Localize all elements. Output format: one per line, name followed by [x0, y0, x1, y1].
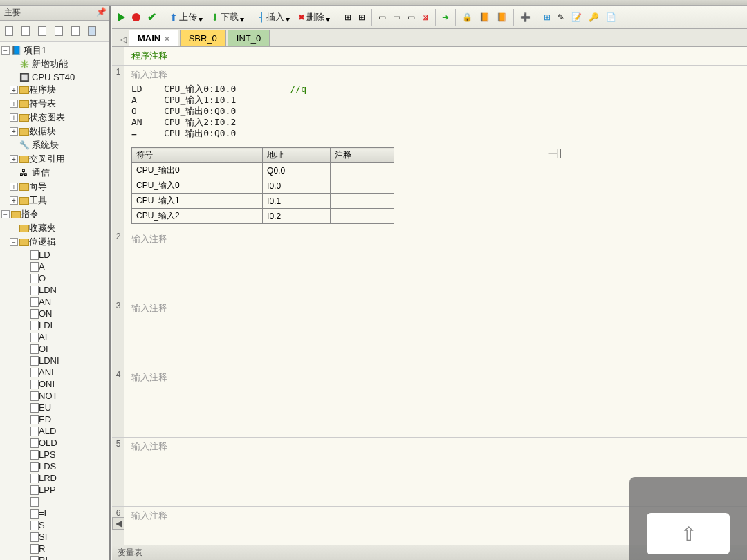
view-icon-1[interactable]: [1, 24, 17, 39]
tree-logic-item[interactable]: ED: [0, 413, 109, 425]
view-icon-4[interactable]: [51, 24, 66, 39]
stop-button[interactable]: [129, 12, 143, 23]
tree-logic-item[interactable]: RI: [0, 554, 109, 560]
tool-btn-book2[interactable]: 📙: [494, 11, 510, 24]
tool-btn-6[interactable]: ⊠: [419, 11, 432, 24]
code-line[interactable]: = CPU_输出0:Q0.0: [131, 128, 747, 139]
tree-logic-item[interactable]: A: [0, 261, 109, 272]
tool-btn-new[interactable]: ➕: [517, 11, 533, 24]
tree-logic-item[interactable]: OLD: [0, 437, 109, 449]
insert-button[interactable]: ┤插入▾: [256, 10, 294, 25]
tree-logic-item[interactable]: LRD: [0, 472, 109, 484]
tool-btn-2[interactable]: ⊞: [356, 11, 368, 24]
run-button[interactable]: [116, 12, 128, 23]
tree-logic-item[interactable]: EU: [0, 402, 109, 413]
tree-logic-item[interactable]: ANI: [0, 366, 109, 378]
tool-btn-key[interactable]: 🔑: [586, 11, 602, 24]
stl-code[interactable]: LD CPU_输入0:I0.0 //qA CPU_输入1:I0.1 O CPU_…: [131, 84, 747, 144]
close-icon[interactable]: ×: [165, 35, 169, 43]
tree-logic-item[interactable]: AI: [0, 331, 109, 343]
tool-btn-table[interactable]: ⊞: [541, 11, 553, 24]
tool-btn-4[interactable]: ▭: [390, 11, 403, 24]
upload-button[interactable]: ⬆上传▾: [167, 10, 207, 25]
tree-item-crossref[interactable]: +交叉引用: [0, 152, 109, 166]
download-button[interactable]: ⬇下载▾: [208, 10, 248, 25]
expand-icon[interactable]: +: [10, 86, 18, 94]
compile-button[interactable]: ✔: [145, 9, 159, 25]
view-icon-3[interactable]: [35, 24, 50, 39]
code-line[interactable]: AN CPU_输入2:I0.2: [131, 117, 747, 128]
segment-comment[interactable]: 输入注释: [129, 230, 747, 248]
scroll-left-button[interactable]: ◀: [112, 517, 124, 530]
tree-item-data[interactable]: +数据块: [0, 124, 109, 138]
tree-logic-item[interactable]: SI: [0, 531, 109, 543]
tool-btn-lock[interactable]: 🔒: [459, 11, 475, 24]
tree-logic-item[interactable]: S: [0, 519, 109, 531]
tree-logic-item[interactable]: LDI: [0, 319, 109, 331]
tree-logic-item[interactable]: R: [0, 543, 109, 554]
view-icon-2[interactable]: [18, 24, 33, 39]
tree-item-tools[interactable]: +工具: [0, 194, 109, 207]
tree-logic-item[interactable]: NOT: [0, 390, 109, 402]
tool-btn-edit[interactable]: ✎: [555, 11, 567, 24]
tree-logic-item[interactable]: ONI: [0, 378, 109, 390]
tool-btn-book[interactable]: 📙: [477, 11, 492, 24]
expand-icon[interactable]: +: [10, 100, 18, 108]
tab-sbr[interactable]: SBR_0: [180, 30, 226, 46]
code-line[interactable]: LD CPU_输入0:I0.0 //q: [131, 84, 747, 95]
tree-logic-item[interactable]: =I: [0, 507, 109, 519]
tab-scroll-left[interactable]: ◁: [118, 32, 129, 46]
view-icon-6[interactable]: [84, 24, 100, 39]
collapse-icon[interactable]: −: [10, 238, 18, 246]
tree-logic-item[interactable]: LDNI: [0, 355, 109, 366]
tree-instructions-root[interactable]: −指令: [0, 207, 109, 221]
tree-project-root[interactable]: − 📘 项目1: [0, 44, 109, 57]
view-icon-5[interactable]: [68, 24, 83, 39]
tree-item-symbols[interactable]: +符号表: [0, 97, 109, 111]
expand-icon[interactable]: +: [10, 196, 18, 205]
tree-item-system[interactable]: 🔧系统块: [0, 138, 109, 152]
tree-logic-item[interactable]: ALD: [0, 425, 109, 437]
ime-toggle[interactable]: ⇧: [647, 513, 730, 554]
expand-icon[interactable]: +: [10, 155, 18, 163]
expand-icon[interactable]: +: [10, 113, 18, 122]
tree-item-status[interactable]: +状态图表: [0, 111, 109, 124]
code-area[interactable]: 程序注释 1 输入注释 LD CPU_输入0:I0.0 //qA CPU_输入1…: [112, 47, 747, 545]
tool-btn-note[interactable]: 📝: [569, 11, 584, 24]
segment-comment[interactable]: 输入注释: [129, 66, 747, 84]
tree-logic-item[interactable]: O: [0, 272, 109, 284]
tree-item-cpu[interactable]: 🔲CPU ST40: [0, 71, 109, 83]
tree-logic-item[interactable]: LPP: [0, 484, 109, 496]
tree-logic-item[interactable]: =: [0, 496, 109, 507]
segment-comment[interactable]: 输入注释: [129, 438, 747, 456]
tool-btn-7[interactable]: ➜: [439, 11, 452, 24]
program-comment[interactable]: 程序注释: [126, 47, 747, 65]
tool-btn-last[interactable]: 📄: [603, 11, 619, 24]
tree-favorites[interactable]: 收藏夹: [0, 221, 109, 235]
tab-main[interactable]: MAIN×: [129, 30, 178, 46]
delete-button[interactable]: ✖删除▾: [295, 10, 334, 25]
pin-icon[interactable]: 📌: [96, 7, 107, 17]
tree-logic-item[interactable]: LDN: [0, 284, 109, 296]
tree-logic-item[interactable]: OI: [0, 343, 109, 355]
code-line[interactable]: O CPU_输出0:Q0.0: [131, 106, 747, 117]
segment-comment[interactable]: 输入注释: [129, 368, 747, 386]
tab-int[interactable]: INT_0: [228, 30, 270, 46]
expand-icon[interactable]: +: [10, 183, 18, 191]
tree-logic-item[interactable]: LPS: [0, 449, 109, 460]
collapse-icon[interactable]: −: [1, 46, 10, 55]
tree-logic-item[interactable]: ON: [0, 308, 109, 319]
code-line[interactable]: A CPU_输入1:I0.1: [131, 95, 747, 106]
tool-btn-5[interactable]: ▭: [405, 11, 418, 24]
tree-logic-item[interactable]: LDS: [0, 460, 109, 472]
tree-item-comm[interactable]: 🖧通信: [0, 166, 109, 180]
collapse-icon[interactable]: −: [1, 210, 10, 218]
tool-btn-1[interactable]: ⊞: [342, 11, 354, 24]
tree-item-new[interactable]: ✳️新增功能: [0, 57, 109, 71]
tree-logic-item[interactable]: AN: [0, 296, 109, 308]
segment-comment[interactable]: 输入注释: [129, 299, 747, 317]
tree-logic-item[interactable]: LD: [0, 249, 109, 261]
tree-logic-root[interactable]: −位逻辑: [0, 235, 109, 249]
tree-item-wizard[interactable]: +向导: [0, 180, 109, 194]
expand-icon[interactable]: +: [10, 127, 18, 136]
